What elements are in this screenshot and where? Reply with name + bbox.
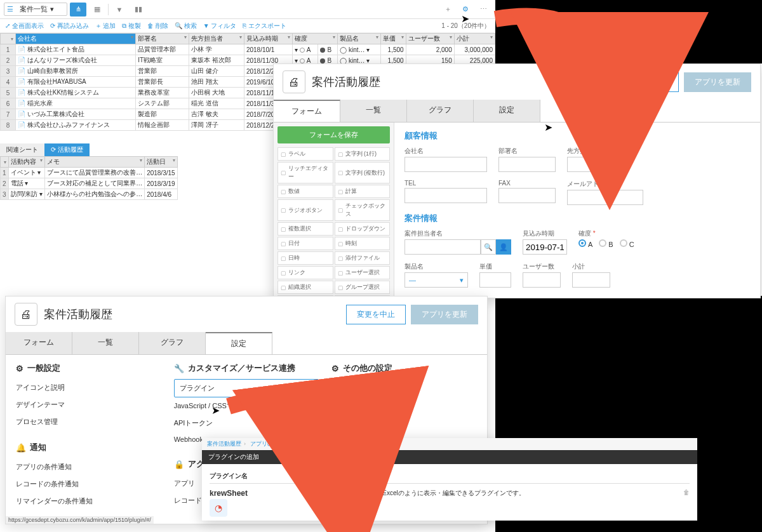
delete-action[interactable]: 🗑 削除 bbox=[147, 22, 168, 30]
palette-item[interactable]: 組織選択 bbox=[277, 281, 333, 294]
table-row[interactable]: 3訪問/来訪 ▾小林様からの社内勉強会への参…2018/4/6 bbox=[1, 189, 178, 200]
setting-link[interactable]: 言語ごとの名称 bbox=[331, 396, 477, 413]
tab-graph[interactable]: グラフ bbox=[139, 332, 206, 354]
input-company[interactable] bbox=[404, 157, 487, 172]
palette-item[interactable]: 日時 bbox=[277, 251, 333, 265]
export-action[interactable]: ⎘ エクスポート bbox=[243, 22, 286, 30]
tab-graph[interactable]: グラフ bbox=[407, 100, 474, 122]
setting-link[interactable]: アプリの条件通知 bbox=[16, 458, 161, 475]
col-company[interactable]: 会社名 bbox=[16, 34, 136, 44]
col-users[interactable]: ユーザー数 bbox=[406, 34, 454, 44]
input-tel[interactable] bbox=[404, 188, 487, 203]
col-subtotal[interactable]: 小計 bbox=[454, 34, 495, 44]
reload-action[interactable]: ⟳ 再読み込み bbox=[50, 22, 89, 30]
table-row[interactable]: 1イベント ▾ブースにて品質管理業務の改善…2018/3/15 bbox=[1, 168, 178, 178]
col-dept[interactable]: 部署名 bbox=[136, 34, 189, 44]
input-price[interactable] bbox=[479, 272, 511, 288]
graph-view-icon[interactable]: ⋔ bbox=[70, 3, 86, 17]
copy-action[interactable]: ⧉ 複製 bbox=[122, 22, 141, 30]
gear-icon[interactable]: ⚙ bbox=[311, 493, 317, 500]
trash-icon[interactable]: 🗑 bbox=[683, 489, 690, 496]
search-icon[interactable]: 🔍 bbox=[481, 239, 496, 255]
setting-link[interactable]: アイコンと説明 bbox=[16, 379, 161, 396]
palette-item[interactable]: ラジオボタン bbox=[277, 199, 333, 221]
tab-settings[interactable]: 設定 bbox=[474, 100, 540, 122]
add-record-icon[interactable]: ＋ bbox=[439, 3, 456, 17]
col-contact[interactable]: 先方担当者 bbox=[189, 34, 244, 44]
palette-item[interactable]: 添付ファイル bbox=[335, 251, 391, 265]
cancel-button[interactable]: 変更を中止 bbox=[346, 305, 406, 324]
col-activity[interactable]: 活動内容 bbox=[8, 157, 45, 168]
palette-item[interactable]: リンク bbox=[277, 266, 333, 279]
cancel-button[interactable]: 変更を中止 bbox=[619, 72, 679, 92]
col-memo[interactable]: メモ bbox=[45, 157, 145, 168]
fullscreen-action[interactable]: ⤢ 全画面表示 bbox=[5, 22, 44, 30]
breadcrumb: 案件活動履歴› アプリの設定› プラグイン bbox=[202, 438, 697, 450]
app-title: 案件活動履歴 bbox=[44, 307, 112, 322]
col-date[interactable]: 見込み時期 bbox=[244, 34, 292, 44]
crumb-settings[interactable]: アプリの設定 bbox=[250, 441, 284, 447]
setting-link[interactable]: リマインダーの条件通知 bbox=[16, 493, 161, 510]
search-action[interactable]: 🔍 検索 bbox=[175, 22, 197, 30]
filter-action[interactable]: ▼ フィルタ bbox=[203, 22, 237, 30]
tab-list[interactable]: 一覧 bbox=[72, 332, 139, 354]
palette-item[interactable]: ユーザー選択 bbox=[335, 266, 391, 279]
tab-form[interactable]: フォーム bbox=[274, 100, 340, 122]
view-selector[interactable]: 案件一覧 ▾ bbox=[4, 3, 67, 16]
add-action[interactable]: ＋ 追加 bbox=[95, 22, 116, 30]
palette-item[interactable]: チェックボックス bbox=[335, 199, 391, 221]
update-app-button[interactable]: アプリを更新 bbox=[684, 72, 751, 92]
input-email[interactable] bbox=[567, 190, 643, 205]
save-form-button[interactable]: フォームを保存 bbox=[277, 126, 390, 143]
col-product[interactable]: 製品名 bbox=[338, 34, 381, 44]
palette-item[interactable]: グループ選択 bbox=[335, 281, 391, 294]
radio-kakudo[interactable]: A B C bbox=[578, 239, 634, 248]
palette-item[interactable]: ドロップダウン bbox=[335, 222, 391, 236]
hdr-other: ⚙その他の設定 bbox=[331, 362, 477, 374]
input-subtotal[interactable] bbox=[572, 272, 610, 288]
setting-link[interactable]: プラグイン bbox=[174, 379, 319, 397]
update-app-button[interactable]: アプリを更新 bbox=[411, 305, 478, 324]
input-contact[interactable] bbox=[567, 157, 624, 172]
setting-link[interactable]: プロセス管理 bbox=[16, 413, 161, 430]
select-prod[interactable]: — ▾ bbox=[404, 272, 468, 288]
crumb-plugin[interactable]: プラグイン bbox=[293, 441, 321, 447]
input-fax[interactable] bbox=[498, 188, 556, 203]
palette-item[interactable]: 複数選択 bbox=[277, 222, 333, 236]
setting-link[interactable]: APIトークン bbox=[174, 415, 319, 432]
input-mikomi[interactable] bbox=[523, 239, 567, 255]
tab-list[interactable]: 一覧 bbox=[340, 100, 407, 122]
calendar-view-icon[interactable]: ▦ bbox=[89, 3, 105, 17]
setting-link[interactable]: JavaScript / CSSでカスタマイズ bbox=[174, 397, 319, 415]
input-users[interactable] bbox=[523, 272, 561, 288]
palette-item[interactable]: ラベル bbox=[277, 147, 333, 161]
palette-item[interactable]: 時刻 bbox=[335, 237, 391, 250]
activity-history-tab[interactable]: ⟳ 活動履歴 bbox=[44, 143, 90, 156]
tab-settings[interactable]: 設定 bbox=[206, 332, 272, 354]
user-picker-icon[interactable]: 👤 bbox=[496, 239, 511, 255]
setting-link[interactable]: レコードのタイトル bbox=[331, 413, 477, 430]
tab-form[interactable]: フォーム bbox=[6, 332, 72, 354]
related-sheet-tab[interactable]: 関連シート bbox=[0, 143, 44, 156]
palette-item[interactable]: 計算 bbox=[335, 185, 391, 198]
input-dept[interactable] bbox=[498, 157, 556, 172]
table-row[interactable]: 2電話 ▾ブース対応の補足として同業界…2018/3/19 bbox=[1, 178, 178, 189]
filter-icon[interactable]: ▼ bbox=[111, 3, 128, 17]
more-icon[interactable]: ⋯ bbox=[475, 3, 491, 17]
palette-item[interactable]: リッチエディター bbox=[277, 162, 333, 183]
col-prob[interactable]: 確度 bbox=[292, 34, 337, 44]
palette-item[interactable]: 日付 bbox=[277, 237, 333, 250]
cursor-pointer-icon: ➤ bbox=[461, 13, 469, 25]
palette-item[interactable]: 数値 bbox=[277, 185, 333, 198]
setting-link[interactable]: レコードの条件通知 bbox=[16, 475, 161, 493]
palette-item[interactable]: 文字列 (複数行) bbox=[335, 162, 391, 183]
col-price[interactable]: 単価 bbox=[380, 34, 406, 44]
input-rep[interactable] bbox=[404, 239, 481, 255]
col-act-date[interactable]: 活動日 bbox=[145, 157, 178, 168]
table-row[interactable]: 1📄 株式会社エイト食品品質管理本部小林 学2018/10/1▾ AB◯ kin… bbox=[1, 44, 495, 55]
crumb-app[interactable]: 案件活動履歴 bbox=[207, 441, 241, 447]
chart-icon[interactable]: ▮▮ bbox=[130, 3, 147, 17]
palette-item[interactable]: 文字列 (1行) bbox=[335, 147, 391, 161]
setting-link[interactable]: カテゴリー bbox=[331, 379, 477, 396]
setting-link[interactable]: デザインテーマ bbox=[16, 396, 161, 413]
